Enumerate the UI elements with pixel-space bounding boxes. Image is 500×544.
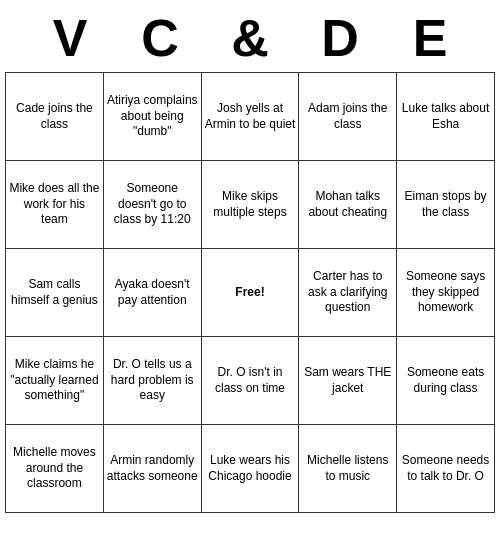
cell-4-2: Luke wears his Chicago hoodie [201, 425, 299, 513]
header-letter-c: C [115, 8, 205, 68]
cell-0-4: Luke talks about Esha [397, 73, 495, 161]
header-letter-e: E [385, 8, 475, 68]
cell-3-4: Someone eats during class [397, 337, 495, 425]
cell-0-3: Adam joins the class [299, 73, 397, 161]
header-letter-d: D [295, 8, 385, 68]
cell-2-4: Someone says they skipped homework [397, 249, 495, 337]
cell-1-4: Eiman stops by the class [397, 161, 495, 249]
header-letter-amp: & [205, 8, 295, 68]
cell-0-0: Cade joins the class [6, 73, 104, 161]
cell-4-3: Michelle listens to music [299, 425, 397, 513]
cell-4-4: Someone needs to talk to Dr. O [397, 425, 495, 513]
cell-3-3: Sam wears THE jacket [299, 337, 397, 425]
cell-1-3: Mohan talks about cheating [299, 161, 397, 249]
cell-1-2: Mike skips multiple steps [201, 161, 299, 249]
bingo-grid: Cade joins the classAtiriya complains ab… [5, 72, 495, 513]
cell-4-0: Michelle moves around the classroom [6, 425, 104, 513]
cell-3-1: Dr. O tells us a hard problem is easy [103, 337, 201, 425]
cell-4-1: Armin randomly attacks someone [103, 425, 201, 513]
cell-2-3: Carter has to ask a clarifying question [299, 249, 397, 337]
cell-3-0: Mike claims he "actually learned somethi… [6, 337, 104, 425]
cell-2-2: Free! [201, 249, 299, 337]
cell-1-0: Mike does all the work for his team [6, 161, 104, 249]
cell-2-1: Ayaka doesn't pay attention [103, 249, 201, 337]
header-letter-v: V [25, 8, 115, 68]
cell-2-0: Sam calls himself a genius [6, 249, 104, 337]
cell-0-1: Atiriya complains about being "dumb" [103, 73, 201, 161]
cell-1-1: Someone doesn't go to class by 11:20 [103, 161, 201, 249]
bingo-header: V C & D E [0, 0, 500, 72]
cell-0-2: Josh yells at Armin to be quiet [201, 73, 299, 161]
cell-3-2: Dr. O isn't in class on time [201, 337, 299, 425]
